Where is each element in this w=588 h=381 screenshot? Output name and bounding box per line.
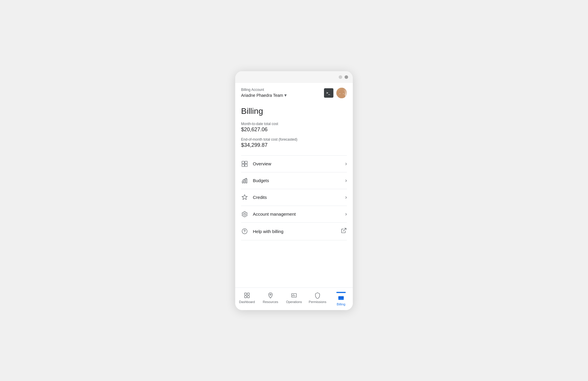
svg-text:>_: >_ (326, 91, 330, 95)
menu-item-overview[interactable]: Overview › (241, 156, 347, 172)
svg-rect-8 (242, 161, 244, 163)
mtd-cost-item: Month-to-date total cost $20,627.06 (241, 122, 347, 133)
svg-point-16 (244, 232, 245, 232)
overview-icon (241, 160, 248, 167)
menu-label-overview: Overview (253, 161, 345, 166)
menu-item-budgets[interactable]: Budgets › (241, 172, 347, 189)
header-actions: >_ (324, 88, 347, 98)
external-link-icon (340, 227, 347, 235)
main-content: Billing Month-to-date total cost $20,627… (235, 102, 353, 240)
help-icon (241, 228, 248, 235)
gear-icon (241, 211, 248, 218)
menu-item-account-management[interactable]: Account management › (241, 206, 347, 223)
menu-label-credits: Credits (253, 195, 345, 200)
svg-point-5 (340, 91, 343, 92)
svg-point-2 (338, 90, 345, 96)
svg-rect-9 (245, 161, 247, 163)
billing-account-label: Billing Account (241, 88, 287, 92)
credits-icon (241, 194, 248, 201)
permissions-nav-icon (314, 292, 321, 299)
permissions-nav-label: Permissions (309, 300, 326, 304)
svg-rect-11 (245, 164, 247, 166)
eom-cost-value: $34,299.87 (241, 142, 347, 148)
svg-rect-10 (242, 164, 244, 166)
svg-rect-12 (242, 181, 243, 183)
svg-rect-13 (244, 180, 245, 183)
svg-point-4 (340, 91, 343, 94)
nav-item-resources[interactable]: Resources (259, 290, 282, 308)
cost-section: Month-to-date total cost $20,627.06 End-… (241, 122, 347, 148)
dashboard-nav-label: Dashboard (239, 300, 255, 304)
nav-item-dashboard[interactable]: Dashboard (235, 290, 259, 308)
svg-rect-14 (246, 179, 247, 183)
terminal-icon: >_ (325, 89, 332, 97)
nav-item-operations[interactable]: Operations (282, 290, 306, 308)
menu-list: Overview › Budgets › (241, 155, 347, 240)
header: Billing Account Ariadne Phaedra Team ▾ >… (235, 83, 353, 102)
menu-item-credits[interactable]: Credits › (241, 189, 347, 206)
chevron-right-icon-4: › (345, 211, 347, 217)
operations-nav-label: Operations (286, 300, 302, 304)
avatar-image (336, 88, 347, 98)
mtd-cost-label: Month-to-date total cost (241, 122, 347, 126)
operations-nav-icon (290, 292, 298, 299)
phone-dot-2 (345, 75, 348, 79)
bottom-nav: Dashboard Resources Operat (235, 287, 353, 310)
menu-label-help-with-billing: Help with billing (253, 229, 340, 234)
chevron-down-icon: ▾ (284, 92, 287, 98)
svg-rect-19 (247, 293, 249, 295)
billing-active-indicator (336, 292, 346, 293)
dashboard-nav-icon (243, 292, 250, 299)
resources-nav-icon (267, 292, 274, 299)
chevron-right-icon-2: › (345, 177, 347, 184)
svg-rect-23 (292, 293, 297, 297)
menu-item-help-with-billing[interactable]: Help with billing (241, 223, 347, 240)
phone-top-bar (235, 71, 353, 83)
svg-rect-18 (245, 293, 247, 295)
svg-point-22 (270, 294, 271, 295)
billing-nav-label: Billing (337, 302, 345, 306)
svg-rect-21 (247, 296, 249, 298)
chevron-right-icon: › (345, 161, 347, 167)
svg-rect-6 (340, 91, 343, 92)
svg-rect-20 (245, 296, 247, 298)
billing-account-info: Billing Account Ariadne Phaedra Team ▾ (241, 88, 287, 98)
svg-rect-3 (340, 93, 344, 96)
nav-item-permissions[interactable]: Permissions (306, 290, 329, 308)
eom-cost-item: End-of-month total cost (forecasted) $34… (241, 137, 347, 148)
terminal-button[interactable]: >_ (324, 88, 333, 98)
nav-item-billing[interactable]: Billing (329, 290, 353, 308)
budgets-icon (241, 177, 248, 184)
menu-label-budgets: Budgets (253, 178, 345, 183)
page-title: Billing (241, 107, 347, 116)
resources-nav-label: Resources (263, 300, 278, 304)
menu-label-account-management: Account management (253, 212, 345, 217)
avatar[interactable] (336, 88, 347, 98)
mtd-cost-value: $20,627.06 (241, 127, 347, 133)
billing-account-name[interactable]: Ariadne Phaedra Team ▾ (241, 92, 287, 98)
eom-cost-label: End-of-month total cost (forecasted) (241, 137, 347, 142)
svg-rect-7 (341, 93, 343, 94)
chevron-right-icon-3: › (345, 194, 347, 200)
phone-container: Billing Account Ariadne Phaedra Team ▾ >… (235, 71, 353, 310)
svg-line-17 (343, 228, 346, 231)
billing-nav-icon (338, 294, 345, 301)
svg-rect-28 (338, 297, 344, 298)
phone-dot-1 (339, 75, 342, 79)
